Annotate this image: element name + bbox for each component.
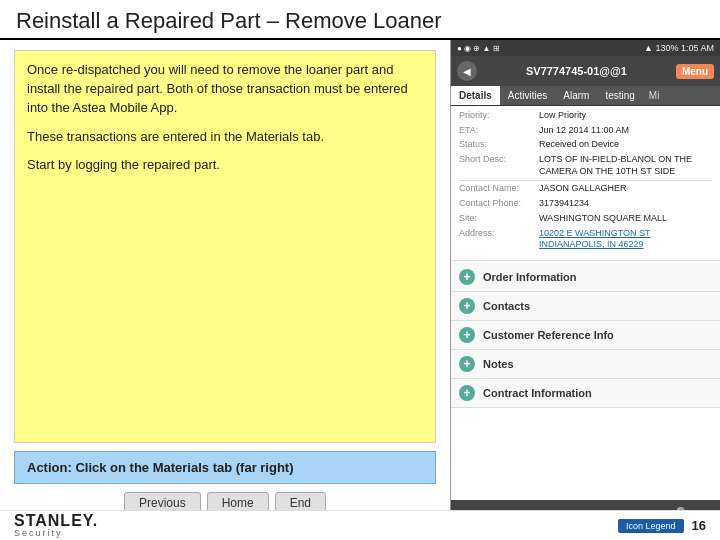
field-site: Site: WASHINGTON SQUARE MALL bbox=[459, 213, 712, 225]
app-header: ◀ SV7774745-01@@1 Menu bbox=[451, 56, 720, 86]
status-bar: ● ◉ ⊕ ▲ ⊞ ▲ 130% 1:05 AM bbox=[451, 40, 720, 56]
divider-2 bbox=[451, 260, 720, 261]
status-right-info: ▲ 130% 1:05 AM bbox=[644, 43, 714, 53]
app-title: SV7774745-01@@1 bbox=[477, 65, 676, 77]
section-label-contacts: Contacts bbox=[483, 300, 530, 312]
value-contact-phone: 3173941234 bbox=[539, 198, 712, 210]
footer: STANLEY. Security Icon Legend 16 bbox=[0, 510, 720, 540]
instruction-text-2: These transactions are entered in the Ma… bbox=[27, 128, 423, 147]
tab-activities[interactable]: Activities bbox=[500, 86, 555, 105]
label-eta: ETA: bbox=[459, 125, 539, 137]
page-header: Reinstall a Repaired Part – Remove Loane… bbox=[0, 0, 720, 40]
value-priority: Low Priority bbox=[539, 110, 712, 122]
main-content: Once re-dispatched you will need to remo… bbox=[0, 40, 720, 530]
value-site: WASHINGTON SQUARE MALL bbox=[539, 213, 712, 225]
value-status: Received on Device bbox=[539, 139, 712, 151]
section-notes[interactable]: + Notes bbox=[451, 350, 720, 379]
instruction-box: Once re-dispatched you will need to remo… bbox=[14, 50, 436, 443]
back-button[interactable]: ◀ bbox=[457, 61, 477, 81]
field-short-desc: Short Desc: LOTS OF IN-FIELD-BLANOL ON T… bbox=[459, 154, 712, 177]
expand-icon-notes: + bbox=[459, 356, 475, 372]
company-sub: Security bbox=[14, 529, 98, 538]
label-short-desc: Short Desc: bbox=[459, 154, 539, 177]
instruction-text-3: Start by logging the repaired part. bbox=[27, 156, 423, 175]
field-status: Status: Received on Device bbox=[459, 139, 712, 151]
field-eta: ETA: Jun 12 2014 11:00 AM bbox=[459, 125, 712, 137]
label-address: Address: bbox=[459, 228, 539, 251]
field-address: Address: 10202 E WASHINGTON ST INDIANAPO… bbox=[459, 228, 712, 251]
value-contact-name: JASON GALLAGHER bbox=[539, 183, 712, 195]
action-box: Action: Click on the Materials tab (far … bbox=[14, 451, 436, 484]
menu-button[interactable]: Menu bbox=[676, 64, 714, 79]
label-priority: Priority: bbox=[459, 110, 539, 122]
company-logo: STANLEY. Security bbox=[14, 513, 98, 538]
expand-icon-contacts: + bbox=[459, 298, 475, 314]
label-contact-name: Contact Name: bbox=[459, 183, 539, 195]
label-contact-phone: Contact Phone: bbox=[459, 198, 539, 210]
field-priority: Priority: Low Priority bbox=[459, 110, 712, 122]
tab-testing[interactable]: testing bbox=[597, 86, 642, 105]
section-order-info[interactable]: + Order Information bbox=[451, 263, 720, 292]
instruction-text-1: Once re-dispatched you will need to remo… bbox=[27, 61, 423, 118]
expand-icon-contract: + bbox=[459, 385, 475, 401]
value-short-desc: LOTS OF IN-FIELD-BLANOL ON THE CAMERA ON… bbox=[539, 154, 712, 177]
left-panel: Once re-dispatched you will need to remo… bbox=[0, 40, 450, 530]
expand-icon-customer-ref: + bbox=[459, 327, 475, 343]
page-number: 16 bbox=[692, 518, 706, 533]
tab-more[interactable]: Mi bbox=[643, 86, 666, 105]
section-label-notes: Notes bbox=[483, 358, 514, 370]
section-label-customer-ref: Customer Reference Info bbox=[483, 329, 614, 341]
tab-alarm[interactable]: Alarm bbox=[555, 86, 597, 105]
field-contact-phone: Contact Phone: 3173941234 bbox=[459, 198, 712, 210]
section-label-order: Order Information bbox=[483, 271, 577, 283]
phone-panel: ● ◉ ⊕ ▲ ⊞ ▲ 130% 1:05 AM ◀ SV7774745-01@… bbox=[450, 40, 720, 530]
tabs-bar: Details Activities Alarm testing Mi bbox=[451, 86, 720, 106]
section-contract[interactable]: + Contract Information bbox=[451, 379, 720, 408]
value-address[interactable]: 10202 E WASHINGTON ST INDIANAPOLIS, IN 4… bbox=[539, 228, 712, 251]
divider-1 bbox=[459, 180, 712, 181]
footer-right: Icon Legend 16 bbox=[618, 518, 706, 533]
page-title: Reinstall a Repaired Part – Remove Loane… bbox=[16, 8, 442, 34]
tab-details[interactable]: Details bbox=[451, 86, 500, 105]
section-contacts[interactable]: + Contacts bbox=[451, 292, 720, 321]
section-customer-ref[interactable]: + Customer Reference Info bbox=[451, 321, 720, 350]
label-status: Status: bbox=[459, 139, 539, 151]
status-left-icons: ● ◉ ⊕ ▲ ⊞ bbox=[457, 44, 500, 53]
detail-fields: Priority: Low Priority ETA: Jun 12 2014 … bbox=[451, 106, 720, 258]
phone-screen: ● ◉ ⊕ ▲ ⊞ ▲ 130% 1:05 AM ◀ SV7774745-01@… bbox=[451, 40, 720, 530]
label-site: Site: bbox=[459, 213, 539, 225]
company-name: STANLEY. bbox=[14, 513, 98, 529]
value-eta: Jun 12 2014 11:00 AM bbox=[539, 125, 712, 137]
icon-legend-button[interactable]: Icon Legend bbox=[618, 519, 684, 533]
expand-icon-order: + bbox=[459, 269, 475, 285]
action-text: Action: Click on the Materials tab (far … bbox=[27, 460, 294, 475]
field-contact-name: Contact Name: JASON GALLAGHER bbox=[459, 183, 712, 195]
section-label-contract: Contract Information bbox=[483, 387, 592, 399]
details-content: Priority: Low Priority ETA: Jun 12 2014 … bbox=[451, 106, 720, 500]
